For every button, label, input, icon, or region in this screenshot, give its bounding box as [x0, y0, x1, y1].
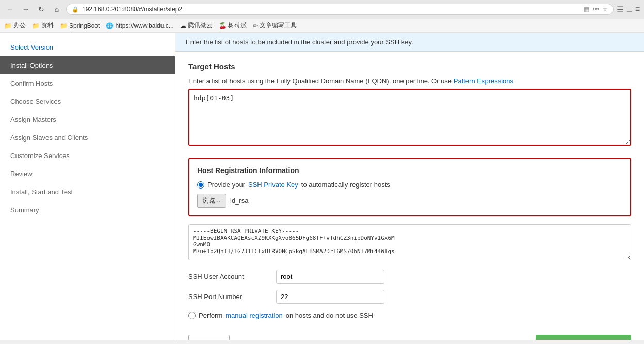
sidebar-item-assign-slaves[interactable]: Assign Slaves and Clients [0, 129, 175, 147]
host-registration-box: Host Registration Information Provide yo… [188, 158, 631, 216]
ssh-key-textarea[interactable]: -----BEGIN RSA PRIVATE KEY----- MIIEowIB… [188, 224, 631, 260]
cloud-icon: ☁ [180, 22, 186, 29]
actions-bar: ← Back Register and Confirm → [188, 327, 631, 340]
file-name: id_rsa [230, 197, 248, 205]
ssh-port-input[interactable] [276, 290, 384, 304]
sidebar-item-summary[interactable]: Summary [0, 201, 175, 219]
browser-chrome: ← → ↻ ⌂ 🔒 192.168.0.201:8080/#/installer… [0, 0, 644, 33]
main-content: Enter the list of hosts to be included i… [175, 33, 644, 340]
raspberry-icon: 🍒 [219, 22, 227, 29]
bookmark-raspberry[interactable]: 🍒 树莓派 [219, 21, 247, 30]
bookmark-office[interactable]: 📁 办公 [4, 21, 26, 30]
folder-icon-3: 📁 [60, 22, 68, 29]
info-bar: Enter the list of hosts to be included i… [175, 33, 644, 52]
sidebar-item-review[interactable]: Review [0, 165, 175, 183]
key-content-container: -----BEGIN RSA PRIVATE KEY----- MIIEowIB… [188, 224, 631, 262]
bookmark-weiyun[interactable]: ☁ 腾讯微云 [180, 21, 213, 30]
host-reg-title: Host Registration Information [197, 166, 622, 175]
library-icon: ☰ [617, 5, 624, 14]
bookmark-article[interactable]: ✏ 文章编写工具 [253, 21, 297, 30]
refresh-button[interactable]: ↻ [35, 3, 47, 15]
ssh-key-radio[interactable] [197, 181, 204, 189]
sidebar-item-confirm-hosts[interactable]: Confirm Hosts [0, 74, 175, 92]
register-confirm-button[interactable]: Register and Confirm → [536, 335, 631, 340]
address-bar[interactable]: 🔒 192.168.0.201:8080/#/installer/step2 ▦… [66, 4, 614, 15]
bookmarks-bar: 📁 办公 📁 资料 📁 SpringBoot 🌐 https://www.bai… [0, 19, 644, 33]
ssh-port-label: SSH Port Number [188, 293, 266, 301]
bookmark-baidu[interactable]: 🌐 https://www.baidu.c... [106, 22, 173, 29]
content-body: Target Hosts Enter a list of hosts using… [175, 52, 644, 340]
back-nav-button[interactable]: ← [4, 3, 17, 15]
ssh-key-radio-row: Provide your SSH Private Key to automati… [197, 181, 622, 189]
hosts-textarea[interactable]: hdp[01-03] [188, 89, 631, 146]
sidebar-item-select-version[interactable]: Select Version [0, 38, 175, 56]
folder-icon-2: 📁 [32, 22, 40, 29]
target-hosts-section: Target Hosts Enter a list of hosts using… [188, 62, 631, 147]
manual-reg-row: Perform manual registration on hosts and… [188, 311, 631, 319]
ssh-port-row: SSH Port Number [188, 290, 631, 304]
sidebar-item-install-options[interactable]: Install Options [0, 56, 175, 74]
target-hosts-description: Enter a list of hosts using the Fully Qu… [188, 77, 631, 85]
sidebar-item-assign-masters[interactable]: Assign Masters [0, 111, 175, 129]
forward-nav-button[interactable]: → [20, 3, 32, 15]
ssh-user-row: SSH User Account [188, 270, 631, 284]
back-button[interactable]: ← Back [188, 335, 230, 340]
sidebar: Select Version Install Options Confirm H… [0, 33, 175, 340]
ssh-user-label: SSH User Account [188, 273, 266, 280]
qr-icon: ▦ [584, 6, 589, 13]
menu-icon: ≡ [635, 5, 640, 14]
target-hosts-title: Target Hosts [188, 62, 631, 71]
sidebar-item-install-start-test[interactable]: Install, Start and Test [0, 183, 175, 201]
sidebar-item-customize-services[interactable]: Customize Services [0, 147, 175, 165]
manual-registration-link[interactable]: manual registration [226, 311, 283, 319]
ssh-user-input[interactable] [276, 270, 384, 284]
pattern-expressions-link[interactable]: Pattern Expressions [454, 77, 513, 85]
more-icon: ••• [592, 6, 599, 13]
manual-reg-radio[interactable] [188, 312, 196, 319]
page-container: Select Version Install Options Confirm H… [0, 33, 644, 340]
bookmark-data[interactable]: 📁 资料 [32, 21, 54, 30]
star-icon: ☆ [602, 6, 608, 13]
lock-icon: 🔒 [72, 6, 79, 13]
browser-toolbar: ← → ↻ ⌂ 🔒 192.168.0.201:8080/#/installer… [0, 0, 644, 19]
sidebar-item-choose-services[interactable]: Choose Services [0, 92, 175, 111]
folder-icon: 📁 [4, 22, 12, 29]
tablet-icon: □ [627, 5, 632, 14]
ssh-key-link[interactable]: SSH Private Key [248, 181, 298, 189]
bookmark-springboot[interactable]: 📁 SpringBoot [60, 22, 100, 29]
file-browse-row: 浏览... id_rsa [197, 194, 622, 208]
browse-button[interactable]: 浏览... [197, 194, 226, 208]
edit-icon: ✏ [253, 22, 258, 29]
url-text: 192.168.0.201:8080/#/installer/step2 [82, 6, 581, 13]
globe-icon: 🌐 [106, 22, 114, 29]
home-button[interactable]: ⌂ [51, 3, 63, 15]
